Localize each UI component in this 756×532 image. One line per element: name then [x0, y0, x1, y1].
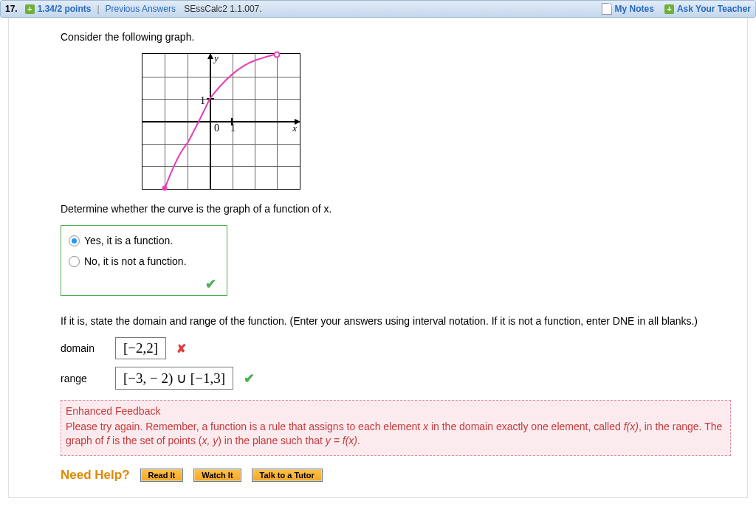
radio-label: Yes, it is a function. — [84, 235, 173, 246]
check-icon: ✔ — [244, 370, 255, 387]
function-graph: y x 0 1 1 — [142, 53, 300, 190]
curve-end-point — [274, 52, 281, 58]
plus-icon[interactable]: + — [25, 4, 35, 14]
need-help-row: Need Help? Read It Watch It Talk to a Tu… — [61, 468, 740, 483]
q1-prompt: Determine whether the curve is the graph… — [61, 203, 740, 215]
range-input[interactable]: [−3, − 2) ∪ [−1,3] — [115, 367, 233, 390]
my-notes-link[interactable]: My Notes — [615, 4, 654, 14]
radio-group: Yes, it is a function. No, it is not a f… — [61, 225, 227, 296]
domain-label: domain — [61, 342, 105, 354]
enhanced-feedback: Enhanced Feedback Please try again. Reme… — [61, 400, 731, 456]
read-it-button[interactable]: Read It — [140, 469, 184, 482]
curve-path — [142, 54, 300, 189]
question-number: 17. — [5, 4, 18, 14]
watch-it-button[interactable]: Watch It — [193, 469, 241, 482]
radio-option-yes[interactable]: Yes, it is a function. — [69, 235, 216, 246]
range-label: range — [61, 373, 105, 384]
domain-input[interactable]: [−2,2] — [115, 337, 166, 359]
talk-tutor-button[interactable]: Talk to a Tutor — [252, 469, 323, 482]
feedback-title: Enhanced Feedback — [66, 405, 723, 417]
curve-start-point — [162, 186, 168, 191]
domain-row: domain [−2,2] ✘ — [61, 337, 740, 359]
points-display: 1.34/2 points — [38, 4, 92, 14]
previous-answers-link[interactable]: Previous Answers — [106, 4, 176, 14]
ask-teacher-link[interactable]: Ask Your Teacher — [677, 4, 751, 14]
radio-icon[interactable] — [69, 256, 80, 267]
question-header: 17. + 1.34/2 points | Previous Answers S… — [0, 0, 756, 18]
question-body: Consider the following graph. y x 0 — [8, 18, 748, 498]
need-help-label: Need Help? — [61, 468, 130, 483]
intro-text: Consider the following graph. — [61, 31, 740, 43]
check-icon: ✔ — [205, 277, 216, 291]
plus-icon[interactable]: + — [664, 4, 674, 14]
radio-option-no[interactable]: No, it is not a function. — [69, 255, 216, 267]
page-icon — [602, 3, 612, 15]
radio-label: No, it is not a function. — [84, 255, 187, 267]
x-icon: ✘ — [176, 342, 186, 356]
radio-icon[interactable] — [69, 235, 80, 246]
question-source: SEssCalc2 1.1.007. — [184, 4, 261, 14]
range-row: range [−3, − 2) ∪ [−1,3] ✔ — [61, 367, 740, 390]
q2-prompt: If it is, state the domain and range of … — [61, 315, 740, 327]
feedback-body: Please try again. Remember, a function i… — [66, 420, 723, 448]
